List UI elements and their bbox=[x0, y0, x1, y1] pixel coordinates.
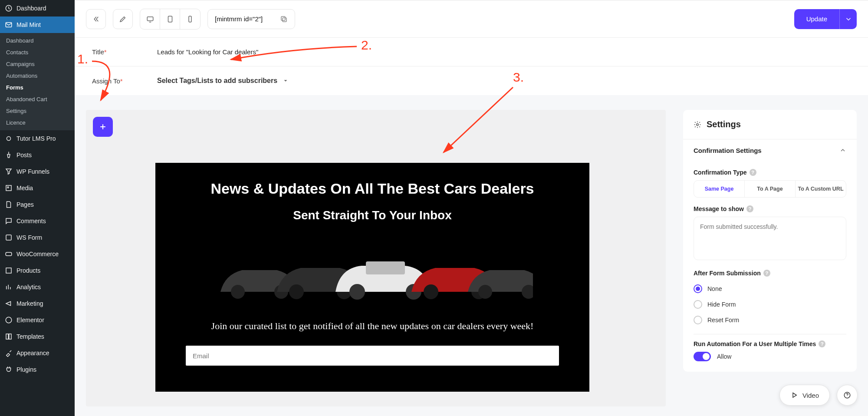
sidebar-analytics[interactable]: Analytics bbox=[0, 279, 75, 295]
title-row: Title* Leads for "Looking for Car dealer… bbox=[75, 38, 868, 66]
sub-dashboard[interactable]: Dashboard bbox=[0, 35, 75, 46]
canvas-wrap: News & Updates On All The Best Cars Deal… bbox=[75, 95, 868, 406]
form-meta-panel: Title* Leads for "Looking for Car dealer… bbox=[75, 38, 868, 95]
sidebar-woo[interactable]: WooCommerce bbox=[0, 246, 75, 262]
automation-label: Run Automation For a User Multiple Times… bbox=[694, 340, 846, 347]
tab-to-page[interactable]: To A Page bbox=[744, 181, 795, 197]
pin-icon bbox=[4, 151, 13, 159]
sub-settings[interactable]: Settings bbox=[0, 105, 75, 117]
mail-icon bbox=[4, 20, 13, 29]
products-icon bbox=[4, 266, 13, 275]
funnel-icon bbox=[4, 167, 13, 176]
mobile-view[interactable] bbox=[180, 9, 200, 29]
sidebar-posts[interactable]: Posts bbox=[0, 147, 75, 163]
divider bbox=[694, 334, 846, 334]
help-icon[interactable]: ? bbox=[750, 169, 756, 176]
after-label: After Form Submission? bbox=[694, 270, 846, 277]
sidebar-label: Dashboard bbox=[16, 5, 46, 12]
radio-hide[interactable]: Hide Form bbox=[694, 297, 846, 312]
topbar: [mintmrm id="2"] Update bbox=[75, 0, 868, 38]
settings-title: Settings bbox=[707, 119, 741, 129]
device-toggle bbox=[140, 9, 201, 30]
conf-type-tabs: Same Page To A Page To A Custom URL bbox=[694, 180, 846, 198]
desktop-view[interactable] bbox=[140, 9, 160, 29]
svg-point-23 bbox=[424, 284, 438, 299]
video-button[interactable]: Video bbox=[779, 385, 830, 406]
tablet-view[interactable] bbox=[160, 9, 180, 29]
add-block-button[interactable] bbox=[93, 117, 113, 137]
form-preview[interactable]: News & Updates On All The Best Cars Deal… bbox=[155, 163, 589, 392]
svg-rect-13 bbox=[189, 16, 191, 22]
svg-point-16 bbox=[231, 285, 245, 299]
wsform-icon bbox=[4, 233, 13, 242]
sidebar-submenu: Dashboard Contacts Campaigns Automations… bbox=[0, 33, 75, 130]
shortcode-display: [mintmrm id="2"] bbox=[207, 9, 295, 29]
woo-icon bbox=[4, 250, 13, 258]
radio-reset[interactable]: Reset Form bbox=[694, 312, 846, 328]
help-button[interactable] bbox=[837, 385, 858, 406]
tab-same-page[interactable]: Same Page bbox=[694, 181, 744, 197]
floating-actions: Video bbox=[779, 385, 858, 406]
svg-point-25 bbox=[478, 285, 492, 299]
sub-forms[interactable]: Forms bbox=[0, 82, 75, 93]
sidebar-products[interactable]: Products bbox=[0, 262, 75, 279]
chevron-down-icon bbox=[283, 78, 289, 84]
confirmation-section-toggle[interactable]: Confirmation Settings bbox=[683, 139, 857, 161]
help-icon[interactable]: ? bbox=[746, 205, 753, 212]
elementor-icon bbox=[4, 316, 13, 324]
tab-custom-url[interactable]: To A Custom URL bbox=[795, 181, 846, 197]
sidebar-pages[interactable]: Pages bbox=[0, 196, 75, 213]
assign-select[interactable]: Select Tags/Lists to add subscribers bbox=[157, 77, 289, 85]
sub-automations[interactable]: Automations bbox=[0, 70, 75, 82]
sidebar-mailmint[interactable]: Mail Mint bbox=[0, 17, 75, 33]
copy-icon[interactable] bbox=[280, 15, 288, 23]
gear-icon bbox=[694, 121, 701, 129]
sidebar-marketing[interactable]: Marketing bbox=[0, 295, 75, 312]
help-icon[interactable]: ? bbox=[819, 340, 825, 347]
sidebar-label: Mail Mint bbox=[16, 21, 41, 28]
help-icon[interactable]: ? bbox=[763, 270, 770, 277]
edit-button[interactable] bbox=[113, 9, 133, 29]
sub-licence[interactable]: Licence bbox=[0, 117, 75, 129]
sidebar-dashboard[interactable]: Dashboard bbox=[0, 0, 75, 17]
allow-toggle[interactable] bbox=[694, 352, 711, 361]
update-wrap: Update bbox=[794, 9, 857, 29]
update-button[interactable]: Update bbox=[794, 9, 839, 29]
message-textarea[interactable] bbox=[694, 217, 846, 260]
sidebar-plugins[interactable]: Plugins bbox=[0, 361, 75, 378]
msg-label: Message to show? bbox=[694, 205, 846, 212]
radio-none[interactable]: None bbox=[694, 281, 846, 297]
shortcode-text: [mintmrm id="2"] bbox=[215, 15, 263, 23]
media-icon bbox=[4, 184, 13, 192]
svg-marker-28 bbox=[793, 393, 796, 398]
sidebar-tutor[interactable]: Tutor LMS Pro bbox=[0, 130, 75, 147]
page-icon bbox=[4, 200, 13, 209]
sub-campaigns[interactable]: Campaigns bbox=[0, 58, 75, 70]
chevron-up-icon bbox=[839, 146, 846, 154]
main-area: [mintmrm id="2"] Update Title* Leads for… bbox=[75, 0, 868, 416]
sidebar-appearance[interactable]: Appearance bbox=[0, 345, 75, 361]
sidebar-wpfunnels[interactable]: WP Funnels bbox=[0, 163, 75, 180]
sidebar-wsform[interactable]: WS Form bbox=[0, 229, 75, 246]
tutor-icon bbox=[4, 134, 13, 143]
sidebar-media[interactable]: Media bbox=[0, 180, 75, 196]
svg-rect-22 bbox=[366, 261, 405, 274]
sub-abandoned[interactable]: Abandoned Cart bbox=[0, 93, 75, 105]
preview-subtext: Join our curated list to get notified of… bbox=[173, 320, 572, 332]
preview-heading-2: Sent Straight To Your Inbox bbox=[173, 208, 572, 222]
admin-sidebar: Dashboard Mail Mint Dashboard Contacts C… bbox=[0, 0, 75, 416]
sidebar-elementor[interactable]: Elementor bbox=[0, 312, 75, 328]
collapse-button[interactable] bbox=[86, 9, 106, 29]
sub-contacts[interactable]: Contacts bbox=[0, 46, 75, 58]
sidebar-templates[interactable]: Templates bbox=[0, 328, 75, 345]
title-value[interactable]: Leads for "Looking for Car dealers" bbox=[157, 48, 258, 56]
dashboard-icon bbox=[4, 4, 13, 13]
email-input[interactable] bbox=[186, 346, 559, 366]
marketing-icon bbox=[4, 299, 13, 308]
sidebar-comments[interactable]: Comments bbox=[0, 213, 75, 229]
svg-point-8 bbox=[6, 317, 12, 323]
preview-heading-1: News & Updates On All The Best Cars Deal… bbox=[173, 180, 572, 197]
update-dropdown[interactable] bbox=[839, 9, 857, 29]
svg-rect-15 bbox=[281, 17, 285, 20]
plug-icon bbox=[4, 365, 13, 374]
